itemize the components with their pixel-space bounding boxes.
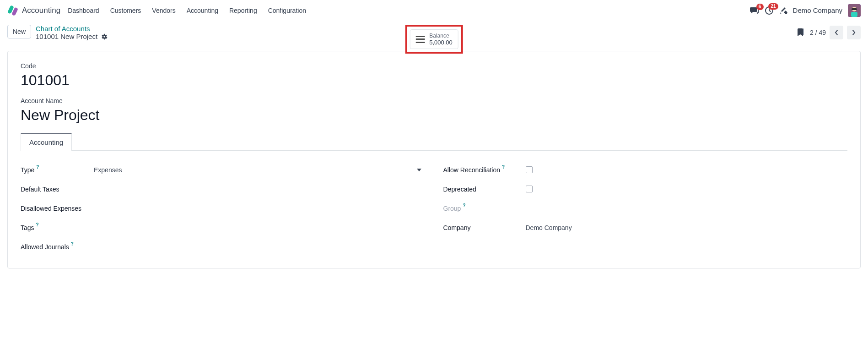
- svg-rect-6: [851, 12, 857, 17]
- type-label: Type ?: [21, 166, 94, 174]
- breadcrumb-current-text: 101001 New Project: [36, 33, 97, 40]
- control-panel-right: 2 / 49: [797, 26, 861, 39]
- messages-badge: 6: [756, 4, 764, 10]
- nav-item-dashboard[interactable]: Dashboard: [68, 7, 99, 14]
- code-field-group: Code 101001: [21, 62, 847, 89]
- gear-icon[interactable]: [101, 33, 108, 40]
- deprecated-row: Deprecated: [443, 180, 848, 198]
- app-name: Accounting: [22, 6, 60, 15]
- account-name-label: Account Name: [21, 97, 847, 104]
- list-icon: [415, 36, 425, 43]
- topnav-right: 6 21 Demo Company: [750, 4, 861, 17]
- stat-text: Balance 5,000.00: [429, 33, 453, 46]
- brand-area[interactable]: Accounting: [7, 5, 60, 16]
- deprecated-label: Deprecated: [443, 186, 526, 193]
- tags-row: Tags ?: [21, 219, 425, 237]
- allow-reconciliation-field: [526, 166, 848, 173]
- pager-text[interactable]: 2 / 49: [810, 29, 826, 36]
- breadcrumb-current: 101001 New Project: [36, 33, 108, 40]
- bookmark-icon[interactable]: [797, 28, 804, 37]
- name-field-group: Account Name New Project: [21, 97, 847, 124]
- group-row: Group ?: [443, 199, 848, 218]
- tabs: Accounting: [21, 132, 847, 151]
- account-name-input[interactable]: New Project: [21, 106, 847, 124]
- company-row: Company Demo Company: [443, 219, 848, 237]
- help-icon[interactable]: ?: [502, 164, 505, 170]
- control-panel: New Chart of Accounts 101001 New Project…: [0, 21, 868, 46]
- disallowed-expenses-row: Disallowed Expenses: [21, 199, 425, 218]
- chevron-left-icon: [834, 29, 839, 36]
- svg-rect-5: [852, 8, 857, 10]
- company-switcher[interactable]: Demo Company: [793, 6, 842, 14]
- form-container: Code 101001 Account Name New Project Acc…: [0, 46, 868, 273]
- code-label: Code: [21, 62, 847, 70]
- tab-accounting[interactable]: Accounting: [21, 133, 72, 151]
- default-taxes-row: Default Taxes: [21, 180, 425, 198]
- type-select[interactable]: Expenses: [94, 166, 425, 174]
- type-row: Type ? Expenses: [21, 161, 425, 179]
- stat-label: Balance: [429, 33, 453, 39]
- user-avatar[interactable]: [848, 4, 861, 17]
- topnav: Accounting Dashboard Customers Vendors A…: [0, 0, 868, 21]
- tools-icon: [779, 6, 787, 15]
- chevron-right-icon: [852, 29, 856, 36]
- stat-value: 5,000.00: [429, 39, 453, 46]
- right-column: Allow Reconciliation ? Deprecated: [443, 161, 848, 257]
- company-label: Company: [443, 224, 526, 231]
- nav-menu: Dashboard Customers Vendors Accounting R…: [68, 7, 306, 14]
- allowed-journals-row: Allowed Journals ?: [21, 238, 425, 256]
- messages-button[interactable]: 6: [750, 6, 759, 15]
- help-icon[interactable]: ?: [71, 241, 74, 246]
- pager-next-button[interactable]: [847, 26, 861, 39]
- deprecated-checkbox[interactable]: [526, 186, 533, 192]
- allow-reconciliation-label: Allow Reconciliation ?: [443, 166, 526, 174]
- nav-item-configuration[interactable]: Configuration: [268, 7, 306, 14]
- nav-item-accounting[interactable]: Accounting: [187, 7, 218, 14]
- help-icon[interactable]: ?: [36, 222, 39, 227]
- allowed-journals-label: Allowed Journals ?: [21, 243, 94, 251]
- balance-stat-button[interactable]: Balance 5,000.00: [410, 29, 458, 49]
- control-panel-left: New Chart of Accounts 101001 New Project: [7, 25, 108, 40]
- pager: 2 / 49: [810, 26, 861, 39]
- tab-content: Type ? Expenses Default Taxes: [21, 151, 847, 257]
- activities-badge: 21: [768, 3, 778, 10]
- company-value[interactable]: Demo Company: [526, 224, 848, 231]
- caret-down-icon: [417, 169, 421, 171]
- stat-button-highlight: Balance 5,000.00: [405, 25, 463, 54]
- code-input[interactable]: 101001: [21, 71, 847, 89]
- nav-item-customers[interactable]: Customers: [110, 7, 141, 14]
- disallowed-expenses-label: Disallowed Expenses: [21, 205, 94, 212]
- pager-prev-button[interactable]: [830, 26, 843, 39]
- breadcrumb-parent-link[interactable]: Chart of Accounts: [36, 25, 108, 33]
- nav-item-vendors[interactable]: Vendors: [152, 7, 175, 14]
- breadcrumb: Chart of Accounts 101001 New Project: [36, 25, 108, 40]
- help-icon[interactable]: ?: [36, 164, 39, 170]
- allow-reconciliation-row: Allow Reconciliation ?: [443, 161, 848, 179]
- allow-reconciliation-checkbox[interactable]: [526, 166, 533, 173]
- type-value: Expenses: [94, 166, 122, 174]
- tools-button[interactable]: [779, 6, 787, 15]
- default-taxes-label: Default Taxes: [21, 186, 94, 193]
- help-icon[interactable]: ?: [463, 203, 465, 208]
- app-logo-icon: [7, 5, 18, 16]
- tags-label: Tags ?: [21, 224, 94, 231]
- deprecated-field: [526, 186, 848, 192]
- new-button[interactable]: New: [7, 25, 31, 38]
- activities-button[interactable]: 21: [765, 6, 774, 15]
- group-label: Group ?: [443, 205, 526, 212]
- nav-item-reporting[interactable]: Reporting: [229, 7, 257, 14]
- left-column: Type ? Expenses Default Taxes: [21, 161, 425, 257]
- form-sheet: Code 101001 Account Name New Project Acc…: [7, 51, 861, 268]
